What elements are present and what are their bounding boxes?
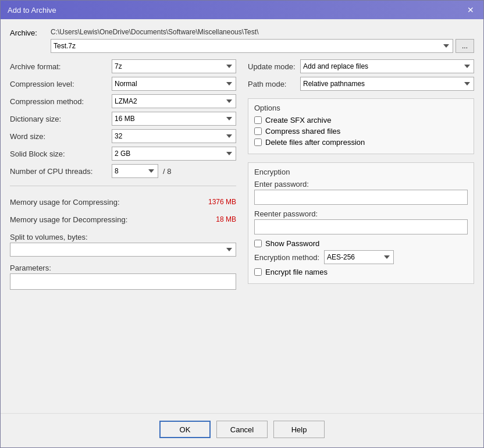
compression-method-row: Compression method: LZMA2 [10,94,236,109]
title-bar: Add to Archive ✕ [1,1,483,19]
encryption-method-row: Encryption method: AES-256 [254,250,468,264]
encryption-method-select[interactable]: AES-256 [324,250,394,264]
compress-shared-checkbox[interactable] [254,127,262,135]
divider-memory [10,186,236,186]
browse-button[interactable]: ... [455,39,474,53]
encrypt-names-label: Encrypt file names [265,268,328,276]
dialog-title: Add to Archive [8,6,56,15]
update-mode-select[interactable]: Add and replace files [300,59,474,73]
main-content: Archive format: 7z Compression level: No… [10,59,474,405]
close-button[interactable]: ✕ [465,4,476,16]
memory-compress-label: Memory usage for Compressing: [10,198,208,207]
memory-decompress-label: Memory usage for Decompressing: [10,215,216,224]
encryption-method-label: Encryption method: [254,253,319,262]
options-group: Options Create SFX archive Compress shar… [248,98,474,154]
memory-compress-value: 1376 MB [208,198,236,206]
dictionary-size-select[interactable]: 16 MB [112,112,236,126]
path-mode-row: Path mode: Relative pathnames [248,76,474,91]
compression-method-label: Compression method: [10,97,112,106]
split-label: Split to volumes, bytes: [10,233,236,241]
create-sfx-row[interactable]: Create SFX archive [254,116,468,125]
archive-format-label: Archive format: [10,62,112,71]
archive-filename-select[interactable]: Test.7z [51,39,453,53]
compression-method-select[interactable]: LZMA2 [112,94,236,108]
encryption-title: Encryption [254,168,468,176]
word-size-select[interactable]: 32 [112,129,236,143]
solid-block-value: 2 GB [112,147,236,161]
solid-block-row: Solid Block size: 2 GB [10,146,236,161]
ok-button[interactable]: OK [159,421,211,438]
enter-password-label: Enter password: [254,180,468,189]
archive-file-row: Test.7z ... [51,39,474,53]
show-password-checkbox[interactable] [254,240,262,247]
cpu-threads-max: / 8 [163,167,171,176]
cancel-button[interactable]: Cancel [216,421,268,438]
enter-password-input[interactable] [254,190,468,205]
archive-format-row: Archive format: 7z [10,59,236,74]
compression-method-value: LZMA2 [112,94,236,108]
params-label: Parameters: [10,264,236,272]
archive-label: Archive: [10,27,51,37]
reenter-password-label: Reenter password: [254,209,468,218]
word-size-value: 32 [112,129,236,143]
update-mode-label: Update mode: [248,62,300,71]
compression-level-select[interactable]: Normal [112,77,236,91]
create-sfx-label: Create SFX archive [265,116,331,125]
dialog-footer: OK Cancel Help [1,413,483,447]
word-size-label: Word size: [10,132,112,141]
cpu-threads-select[interactable]: 8 [112,164,158,178]
memory-decompress-value: 18 MB [216,215,236,223]
params-section: Parameters: [10,264,236,290]
solid-block-label: Solid Block size: [10,150,112,158]
dialog-body: Archive: C:\Users\Lewis\OneDrive\Documen… [1,19,483,413]
solid-block-select[interactable]: 2 GB [112,147,236,161]
show-password-label: Show Password [265,239,319,248]
cpu-threads-value: 8 / 8 [112,164,236,178]
archive-path: C:\Users\Lewis\OneDrive\Documents\Softwa… [51,27,474,37]
delete-after-label: Delete files after compression [265,138,365,147]
dictionary-size-row: Dictionary size: 16 MB [10,111,236,126]
right-panel: Update mode: Add and replace files Path … [248,59,474,405]
split-section: Split to volumes, bytes: [10,233,236,257]
encryption-group: Encryption Enter password: Reenter passw… [248,162,474,284]
cpu-threads-row: Number of CPU threads: 8 / 8 [10,163,236,179]
compress-shared-label: Compress shared files [265,127,340,136]
options-group-title: Options [254,104,468,112]
path-mode-select[interactable]: Relative pathnames [300,77,474,91]
left-panel: Archive format: 7z Compression level: No… [10,59,236,405]
right-top-rows: Update mode: Add and replace files Path … [248,59,474,91]
help-button[interactable]: Help [273,421,325,438]
compression-level-label: Compression level: [10,80,112,88]
compression-level-row: Compression level: Normal [10,76,236,91]
dictionary-size-value: 16 MB [112,112,236,126]
params-input[interactable] [10,273,236,290]
split-select[interactable] [10,243,236,257]
encrypt-names-checkbox[interactable] [254,268,262,276]
memory-decompress-row: Memory usage for Decompressing: 18 MB [10,213,236,226]
show-password-row[interactable]: Show Password [254,239,468,248]
cpu-threads-label: Number of CPU threads: [10,167,112,176]
archive-row: Archive: C:\Users\Lewis\OneDrive\Documen… [10,27,474,53]
memory-compress-row: Memory usage for Compressing: 1376 MB [10,195,236,208]
dictionary-size-label: Dictionary size: [10,115,112,123]
compress-shared-row[interactable]: Compress shared files [254,127,468,136]
encrypt-names-row[interactable]: Encrypt file names [254,268,468,276]
archive-format-select[interactable]: 7z [112,59,236,73]
delete-after-checkbox[interactable] [254,138,262,146]
update-mode-row: Update mode: Add and replace files [248,59,474,74]
compression-level-value: Normal [112,77,236,91]
reenter-password-input[interactable] [254,219,468,234]
path-mode-label: Path mode: [248,80,300,88]
archive-format-value: 7z [112,59,236,73]
add-to-archive-dialog: Add to Archive ✕ Archive: C:\Users\Lewis… [0,0,484,448]
delete-after-row[interactable]: Delete files after compression [254,138,468,147]
create-sfx-checkbox[interactable] [254,116,262,124]
archive-inputs: C:\Users\Lewis\OneDrive\Documents\Softwa… [51,27,474,53]
word-size-row: Word size: 32 [10,129,236,144]
